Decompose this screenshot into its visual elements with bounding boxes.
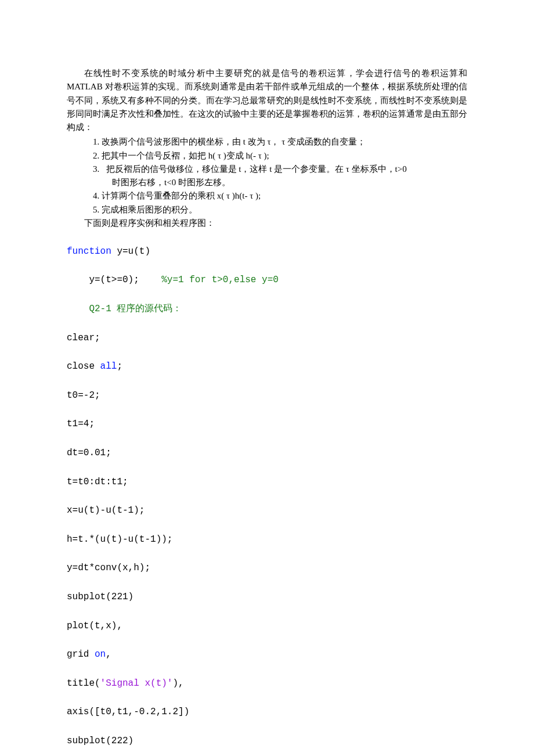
code-text: close [67,361,100,372]
code-line: plot(t,x), [67,619,467,633]
code-line: h=t.*(u(t)-u(t-1)); [67,532,467,547]
comment: Q2-1 程序的源代码： [89,304,182,314]
step-3: 3. 把反褶后的信号做移位，移位量是 t，这样 t 是一个参变量。在 τ 坐标系… [112,163,467,190]
keyword: on [95,649,106,660]
code-block: function y=u(t) y=(t>=0); %y=1 for t>0,e… [67,230,467,756]
code-line: t0=-2; [67,388,467,403]
code-line: axis([t0,t1,-0.2,1.2]) [67,705,467,719]
code-line: t=t0:dt:t1; [67,475,467,489]
code-line: Q2-1 程序的源代码： [67,302,467,316]
code-text: title( [67,678,100,689]
code-line: grid on, [67,647,467,662]
document-page: 在线性时不变系统的时域分析中主要研究的就是信号的卷积运算，学会进行信号的卷积运算… [0,0,534,756]
code-line: function y=u(t) [67,244,467,259]
code-line: clear; [67,331,467,345]
keyword: all [100,361,117,372]
code-text: y=u(t) [111,246,150,257]
code-line: y=(t>=0); %y=1 for t>0,else y=0 [67,273,467,287]
code-line: title('Signal x(t)'), [67,676,467,691]
step-5: 5. 完成相乘后图形的积分。 [112,203,467,217]
code-text: , [106,649,111,660]
keyword: function [67,246,111,257]
step-2: 2. 把其中一个信号反褶，如把 h( τ )变成 h(- τ ); [112,149,467,163]
code-line: y=dt*conv(x,h); [67,561,467,575]
code-line: subplot(221) [67,590,467,604]
code-line: t1=4; [67,417,467,431]
code-text: grid [67,649,95,660]
code-text: ), [172,678,183,689]
code-text: ; [117,361,122,372]
steps-followup: 下面则是程序实例和相关程序图： [67,217,467,230]
step-4: 4. 计算两个信号重叠部分的乘积 x( τ )h(t- τ ); [112,189,467,203]
steps-list: 1. 改换两个信号波形图中的横坐标，由 t 改为 τ， τ 变成函数的自变量； … [67,135,467,217]
comment: %y=1 for t>0,else y=0 [161,275,279,285]
code-text: y=(t>=0); [89,275,161,285]
code-line: close all; [67,359,467,374]
code-line: subplot(222) [67,734,467,748]
step-1: 1. 改换两个信号波形图中的横坐标，由 t 改为 τ， τ 变成函数的自变量； [112,135,467,149]
code-line: dt=0.01; [67,446,467,460]
code-line: x=u(t)-u(t-1); [67,503,467,518]
intro-paragraph: 在线性时不变系统的时域分析中主要研究的就是信号的卷积运算，学会进行信号的卷积运算… [67,67,467,134]
string: 'Signal x(t)' [100,678,173,689]
